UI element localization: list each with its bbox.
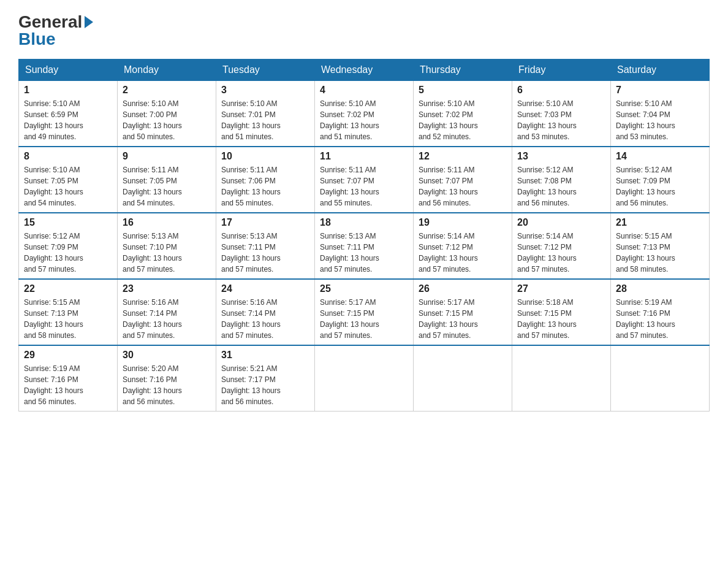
day-number: 28 [616,283,704,294]
calendar-cell: 29 Sunrise: 5:19 AMSunset: 7:16 PMDaylig… [19,345,118,412]
day-info: Sunrise: 5:12 AMSunset: 7:09 PMDaylight:… [24,231,112,275]
day-number: 3 [221,85,309,96]
day-number: 18 [320,217,408,228]
day-number: 12 [419,151,507,162]
day-number: 7 [616,85,704,96]
logo-blue-text: Blue [18,29,56,49]
column-header-friday: Friday [512,59,611,81]
day-number: 24 [221,283,309,294]
day-info: Sunrise: 5:10 AMSunset: 6:59 PMDaylight:… [24,98,112,142]
day-number: 29 [24,350,112,361]
calendar-cell: 27 Sunrise: 5:18 AMSunset: 7:15 PMDaylig… [512,279,611,345]
day-number: 1 [24,85,112,96]
calendar-cell [414,345,512,412]
day-info: Sunrise: 5:11 AMSunset: 7:07 PMDaylight:… [320,164,408,209]
column-header-thursday: Thursday [414,59,512,81]
day-number: 16 [123,217,211,228]
calendar-cell: 8 Sunrise: 5:10 AMSunset: 7:05 PMDayligh… [19,147,118,213]
calendar-week-row: 8 Sunrise: 5:10 AMSunset: 7:05 PMDayligh… [19,147,710,213]
calendar-header-row: SundayMondayTuesdayWednesdayThursdayFrid… [19,59,710,81]
logo-arrow-icon [85,16,93,28]
day-number: 11 [320,151,408,162]
calendar-cell: 26 Sunrise: 5:17 AMSunset: 7:15 PMDaylig… [414,279,512,345]
calendar-cell: 2 Sunrise: 5:10 AMSunset: 7:00 PMDayligh… [118,81,216,147]
calendar-table: SundayMondayTuesdayWednesdayThursdayFrid… [18,59,710,412]
calendar-cell: 10 Sunrise: 5:11 AMSunset: 7:06 PMDaylig… [216,147,315,213]
day-info: Sunrise: 5:11 AMSunset: 7:07 PMDaylight:… [419,164,507,209]
day-info: Sunrise: 5:13 AMSunset: 7:11 PMDaylight:… [221,231,309,275]
calendar-cell: 16 Sunrise: 5:13 AMSunset: 7:10 PMDaylig… [118,213,216,279]
day-info: Sunrise: 5:14 AMSunset: 7:12 PMDaylight:… [517,231,605,275]
calendar-cell: 23 Sunrise: 5:16 AMSunset: 7:14 PMDaylig… [118,279,216,345]
calendar-cell: 28 Sunrise: 5:19 AMSunset: 7:16 PMDaylig… [611,279,710,345]
day-number: 5 [419,85,507,96]
day-number: 20 [517,217,605,228]
day-number: 2 [123,85,211,96]
day-number: 13 [517,151,605,162]
column-header-sunday: Sunday [19,59,118,81]
calendar-cell: 19 Sunrise: 5:14 AMSunset: 7:12 PMDaylig… [414,213,512,279]
calendar-cell: 24 Sunrise: 5:16 AMSunset: 7:14 PMDaylig… [216,279,315,345]
day-number: 6 [517,85,605,96]
day-info: Sunrise: 5:14 AMSunset: 7:12 PMDaylight:… [419,231,507,275]
day-info: Sunrise: 5:10 AMSunset: 7:02 PMDaylight:… [320,98,408,142]
day-number: 9 [123,151,211,162]
day-info: Sunrise: 5:13 AMSunset: 7:10 PMDaylight:… [123,231,211,275]
calendar-cell: 3 Sunrise: 5:10 AMSunset: 7:01 PMDayligh… [216,81,315,147]
calendar-cell: 1 Sunrise: 5:10 AMSunset: 6:59 PMDayligh… [19,81,118,147]
day-info: Sunrise: 5:15 AMSunset: 7:13 PMDaylight:… [616,231,704,275]
calendar-cell: 6 Sunrise: 5:10 AMSunset: 7:03 PMDayligh… [512,81,611,147]
calendar-cell: 20 Sunrise: 5:14 AMSunset: 7:12 PMDaylig… [512,213,611,279]
day-number: 8 [24,151,112,162]
day-info: Sunrise: 5:10 AMSunset: 7:02 PMDaylight:… [419,98,507,142]
calendar-week-row: 15 Sunrise: 5:12 AMSunset: 7:09 PMDaylig… [19,213,710,279]
day-info: Sunrise: 5:10 AMSunset: 7:03 PMDaylight:… [517,98,605,142]
calendar-cell: 4 Sunrise: 5:10 AMSunset: 7:02 PMDayligh… [315,81,414,147]
day-info: Sunrise: 5:13 AMSunset: 7:11 PMDaylight:… [320,231,408,275]
day-info: Sunrise: 5:10 AMSunset: 7:05 PMDaylight:… [24,164,112,209]
day-number: 22 [24,283,112,294]
logo: General Blue [18,12,93,49]
day-number: 21 [616,217,704,228]
calendar-cell: 5 Sunrise: 5:10 AMSunset: 7:02 PMDayligh… [414,81,512,147]
day-number: 10 [221,151,309,162]
day-info: Sunrise: 5:21 AMSunset: 7:17 PMDaylight:… [221,363,309,407]
calendar-cell: 31 Sunrise: 5:21 AMSunset: 7:17 PMDaylig… [216,345,315,412]
day-info: Sunrise: 5:10 AMSunset: 7:01 PMDaylight:… [221,98,309,142]
day-info: Sunrise: 5:12 AMSunset: 7:08 PMDaylight:… [517,164,605,209]
calendar-cell: 15 Sunrise: 5:12 AMSunset: 7:09 PMDaylig… [19,213,118,279]
calendar-cell: 7 Sunrise: 5:10 AMSunset: 7:04 PMDayligh… [611,81,710,147]
calendar-cell: 14 Sunrise: 5:12 AMSunset: 7:09 PMDaylig… [611,147,710,213]
day-number: 4 [320,85,408,96]
day-info: Sunrise: 5:17 AMSunset: 7:15 PMDaylight:… [320,297,408,341]
column-header-saturday: Saturday [611,59,710,81]
calendar-week-row: 29 Sunrise: 5:19 AMSunset: 7:16 PMDaylig… [19,345,710,412]
day-info: Sunrise: 5:10 AMSunset: 7:00 PMDaylight:… [123,98,211,142]
day-number: 26 [419,283,507,294]
day-info: Sunrise: 5:18 AMSunset: 7:15 PMDaylight:… [517,297,605,341]
day-info: Sunrise: 5:10 AMSunset: 7:04 PMDaylight:… [616,98,704,142]
day-number: 30 [123,350,211,361]
calendar-week-row: 1 Sunrise: 5:10 AMSunset: 6:59 PMDayligh… [19,81,710,147]
calendar-cell: 11 Sunrise: 5:11 AMSunset: 7:07 PMDaylig… [315,147,414,213]
calendar-cell: 9 Sunrise: 5:11 AMSunset: 7:05 PMDayligh… [118,147,216,213]
day-info: Sunrise: 5:20 AMSunset: 7:16 PMDaylight:… [123,363,211,407]
day-info: Sunrise: 5:17 AMSunset: 7:15 PMDaylight:… [419,297,507,341]
calendar-cell: 21 Sunrise: 5:15 AMSunset: 7:13 PMDaylig… [611,213,710,279]
column-header-wednesday: Wednesday [315,59,414,81]
day-number: 15 [24,217,112,228]
calendar-cell: 25 Sunrise: 5:17 AMSunset: 7:15 PMDaylig… [315,279,414,345]
day-number: 31 [221,350,309,361]
calendar-cell [512,345,611,412]
day-info: Sunrise: 5:15 AMSunset: 7:13 PMDaylight:… [24,297,112,341]
day-info: Sunrise: 5:16 AMSunset: 7:14 PMDaylight:… [123,297,211,341]
calendar-cell: 12 Sunrise: 5:11 AMSunset: 7:07 PMDaylig… [414,147,512,213]
calendar-cell: 17 Sunrise: 5:13 AMSunset: 7:11 PMDaylig… [216,213,315,279]
calendar-cell [611,345,710,412]
calendar-cell: 30 Sunrise: 5:20 AMSunset: 7:16 PMDaylig… [118,345,216,412]
day-number: 19 [419,217,507,228]
day-number: 23 [123,283,211,294]
calendar-week-row: 22 Sunrise: 5:15 AMSunset: 7:13 PMDaylig… [19,279,710,345]
calendar-cell: 18 Sunrise: 5:13 AMSunset: 7:11 PMDaylig… [315,213,414,279]
day-number: 17 [221,217,309,228]
